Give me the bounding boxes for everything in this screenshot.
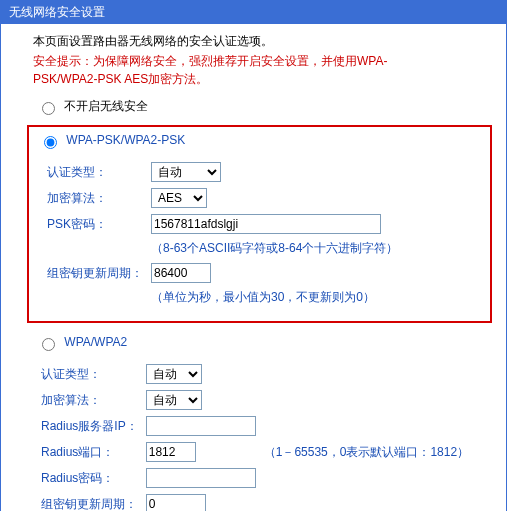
input-wpa-gkey[interactable]: [146, 494, 206, 511]
label-wpapsk-psk: PSK密码：: [43, 211, 147, 237]
radio-none[interactable]: [42, 102, 55, 115]
radio-none-text: 不开启无线安全: [64, 99, 148, 113]
radio-wpa[interactable]: [42, 338, 55, 351]
radio-row-wpapsk[interactable]: WPA-PSK/WPA2-PSK: [39, 133, 480, 149]
label-wpa-enc: 加密算法：: [37, 387, 142, 413]
radio-wpa-text: WPA/WPA2: [64, 335, 127, 349]
label-radius-port: Radius端口：: [37, 439, 142, 465]
main-panel: 无线网络安全设置 本页面设置路由器无线网络的安全认证选项。 安全提示：为保障网络…: [0, 0, 507, 511]
security-warning: 安全提示：为保障网络安全，强烈推荐开启安全设置，并使用WPA- PSK/WPA2…: [33, 52, 492, 88]
select-wpapsk-auth[interactable]: 自动: [151, 162, 221, 182]
input-wpapsk-gkey[interactable]: [151, 263, 211, 283]
label-radius-pw: Radius密码：: [37, 465, 142, 491]
content-area: 本页面设置路由器无线网络的安全认证选项。 安全提示：为保障网络安全，强烈推荐开启…: [1, 24, 506, 511]
select-wpapsk-enc[interactable]: AES: [151, 188, 207, 208]
wpapsk-fields: 认证类型： 自动 加密算法： AES: [43, 159, 480, 309]
input-radius-port[interactable]: [146, 442, 196, 462]
hint-psk: （8-63个ASCII码字符或8-64个十六进制字符）: [147, 237, 402, 260]
wpapsk-section-box: WPA-PSK/WPA2-PSK 认证类型： 自动 加密算法：: [27, 125, 492, 323]
radio-none-label[interactable]: 不开启无线安全: [37, 99, 148, 113]
radio-row-wpa[interactable]: WPA/WPA2: [37, 335, 492, 351]
label-wpapsk-enc: 加密算法：: [43, 185, 147, 211]
radio-wpapsk-text: WPA-PSK/WPA2-PSK: [66, 133, 185, 147]
radio-wpapsk[interactable]: [44, 136, 57, 149]
warn-line-1: 安全提示：为保障网络安全，强烈推荐开启安全设置，并使用WPA-: [33, 54, 387, 68]
radio-wpa-label[interactable]: WPA/WPA2: [37, 335, 127, 349]
radio-wpapsk-label[interactable]: WPA-PSK/WPA2-PSK: [39, 133, 185, 147]
label-wpa-gkey: 组密钥更新周期：: [37, 491, 142, 511]
intro-text: 本页面设置路由器无线网络的安全认证选项。: [33, 32, 492, 50]
titlebar: 无线网络安全设置: [1, 1, 506, 24]
input-psk-password[interactable]: [151, 214, 381, 234]
wpa-fields: 认证类型： 自动 加密算法： 自动: [37, 361, 492, 511]
select-wpa-auth[interactable]: 自动: [146, 364, 202, 384]
select-wpa-enc[interactable]: 自动: [146, 390, 202, 410]
hint-radius-port: （1－65535，0表示默认端口：1812）: [260, 439, 473, 465]
label-wpa-auth: 认证类型：: [37, 361, 142, 387]
warn-line-2: PSK/WPA2-PSK AES加密方法。: [33, 72, 208, 86]
label-wpapsk-gkey: 组密钥更新周期：: [43, 260, 147, 286]
hint-wpapsk-gkey: （单位为秒，最小值为30，不更新则为0）: [147, 286, 402, 309]
input-radius-ip[interactable]: [146, 416, 256, 436]
radio-row-none[interactable]: 不开启无线安全: [37, 98, 492, 115]
label-wpapsk-auth: 认证类型：: [43, 159, 147, 185]
input-radius-password[interactable]: [146, 468, 256, 488]
label-radius-ip: Radius服务器IP：: [37, 413, 142, 439]
